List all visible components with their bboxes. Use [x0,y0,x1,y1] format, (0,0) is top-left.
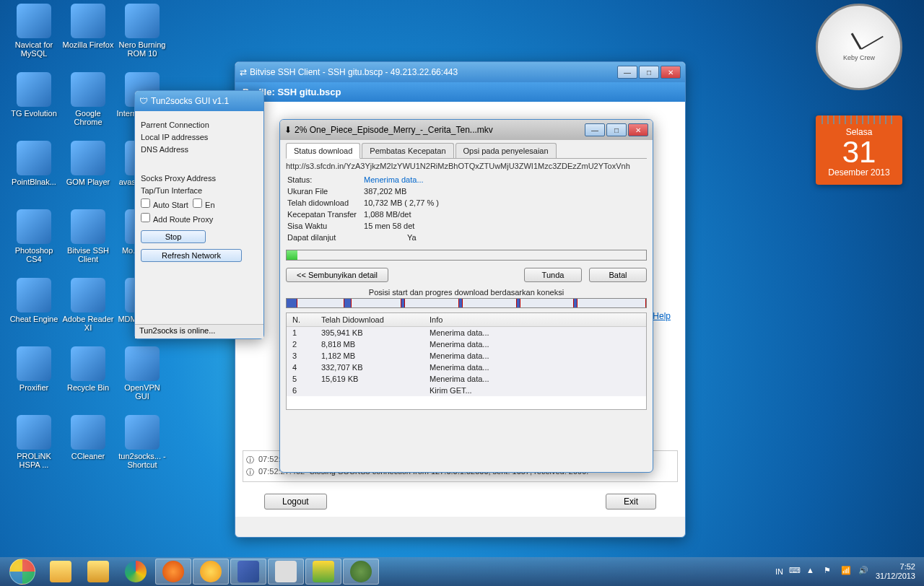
icon-label: Nero Burning ROM 10 [116,40,169,58]
tun2socks-titlebar[interactable]: 🛡 Tun2socks GUI v1.1 [135,91,263,111]
desktop-icon[interactable]: Cheat Engine [7,278,61,324]
clock-gadget[interactable]: Keby Crew [816,4,902,90]
tab-limit[interactable]: Pembatas Kecepatan [362,143,453,158]
bitvise-titlebar[interactable]: ⇄ Bitvise SSH Client - SSH gitu.bscp - 4… [235,62,685,82]
hide-detail-button[interactable]: << Sembunyikan detail [286,268,388,282]
icon-label: PROLiNK HSPA ... [7,451,61,470]
table-row[interactable]: 515,619 KBMenerima data... [287,373,646,385]
tray-volume-icon[interactable]: 🔊 [858,566,870,577]
label-localip: Local IP addresses [141,133,258,141]
idm-title: 2% One_Piece_Episode_Merry_-_Cerita_Ten.… [295,125,585,135]
close-button[interactable]: ✕ [628,123,648,136]
taskbar-chrome[interactable] [118,559,154,585]
desktop-icon[interactable]: PointBlnak... [7,141,61,187]
system-tray[interactable]: IN ⌨ ▲ ⚑ 📶 🔊 7:5231/12/2013 [775,562,921,581]
tray-keyboard-icon[interactable]: ⌨ [789,566,801,577]
tray-up-icon[interactable]: ▲ [806,566,818,577]
app-icon: ⇄ [240,67,247,77]
desktop-icon[interactable]: CCleaner [61,415,115,461]
app-icon [71,72,105,107]
icon-label: Adobe Reader XI [61,314,115,333]
table-row[interactable]: 4332,707 KBMenerima data... [287,362,646,373]
minimize-button[interactable]: ― [617,66,637,79]
taskbar: IN ⌨ ▲ ⚑ 📶 🔊 7:5231/12/2013 [0,557,924,586]
close-button[interactable]: ✕ [661,66,681,79]
app-icon [17,4,51,38]
taskbar-tun2socks[interactable] [305,559,341,585]
app-icon [17,346,51,381]
table-row[interactable]: 28,818 MBMenerima data... [287,338,646,350]
routeproxy-checkbox[interactable] [141,213,150,222]
refresh-button[interactable]: Refresh Network [141,249,242,262]
taskbar-idm[interactable] [343,559,379,585]
app-icon [71,209,105,244]
table-row[interactable]: 1395,941 KBMenerima data... [287,327,646,339]
tray-date[interactable]: 31/12/2013 [876,572,915,581]
tray-time[interactable]: 7:52 [876,562,915,572]
icon-label: Navicat for MySQL [7,40,61,58]
table-row[interactable]: 6Kirim GET... [287,385,646,396]
autostart-checkbox[interactable] [141,198,150,208]
desktop-icon[interactable]: Bitvise SSH Client [61,209,115,264]
idm-icon: ⬇ [284,125,292,135]
logout-button[interactable]: Logout [264,494,327,510]
cancel-button[interactable]: Batal [589,268,647,282]
taskbar-firefox[interactable] [155,559,191,585]
app-icon [125,346,160,381]
desktop-icon[interactable]: Recycle Bin [61,346,115,393]
stats-table: Status:Menerima data... Ukuran File387,2… [286,173,446,244]
taskbar-3g[interactable] [230,559,266,585]
connections-table[interactable]: N.Telah DidownloadInfo 1395,941 KBMeneri… [286,312,647,410]
desktop-icon[interactable]: GOM Player [61,141,115,187]
tab-options[interactable]: Opsi pada penyelesaian [456,143,557,158]
help-link[interactable]: Help [653,311,671,321]
tray-lang[interactable]: IN [775,567,783,576]
calendar-gadget[interactable]: Selasa 31 Desember 2013 [816,115,902,185]
taskbar-folder[interactable] [80,559,116,585]
tray-network-icon[interactable]: 📶 [841,566,853,577]
taskbar-bitvise[interactable] [268,559,304,585]
icon-label: Recycle Bin [61,382,115,393]
desktop-icon[interactable]: TG Evolution [7,72,61,118]
exit-button[interactable]: Exit [606,494,656,510]
icon-label: OpenVPN GUI [116,382,169,401]
icon-label: CCleaner [61,451,115,461]
table-row[interactable]: 31,182 MBMenerima data... [287,350,646,362]
app-icon [125,4,160,38]
app-icon [17,209,51,244]
label-parrent: Parrent Connection [141,121,258,129]
label-taptun: Tap/Tun Interface [141,186,258,195]
segments-bar [286,298,647,308]
desktop-icon[interactable]: Adobe Reader XI [61,278,115,333]
taskbar-gom[interactable] [193,559,229,585]
routeproxy-label: Add Route Proxy [153,215,213,224]
desktop-icon[interactable]: Nero Burning ROM 10 [116,4,169,58]
tun2socks-title: Tun2socks GUI v1.1 [151,96,259,106]
app-icon [17,278,51,312]
maximize-button[interactable]: □ [606,123,627,136]
app-icon [71,141,105,175]
desktop-icon[interactable]: Photoshop CS4 [7,209,61,264]
stop-button[interactable]: Stop [141,230,206,243]
desktop-icon[interactable]: PROLiNK HSPA ... [7,415,61,470]
maximize-button[interactable]: □ [639,66,659,79]
desktop-icon[interactable]: Proxifier [7,346,61,393]
pause-button[interactable]: Tunda [524,268,582,282]
taskbar-explorer[interactable] [43,559,79,585]
desktop-icon[interactable]: tun2socks... - Shortcut [116,415,169,470]
app-icon [17,415,51,450]
en-checkbox[interactable] [193,198,202,208]
tray-flag-icon[interactable]: ⚑ [824,566,835,577]
tun2socks-status: Tun2socks is online... [135,324,263,338]
desktop-icon[interactable]: Google Chrome [61,72,115,127]
desktop-icon[interactable]: Navicat for MySQL [7,4,61,58]
desktop-icon[interactable]: OpenVPN GUI [116,346,169,401]
app-icon [71,415,105,450]
minimize-button[interactable]: ― [585,123,605,136]
desktop-icon[interactable]: Mozilla Firefox [61,4,115,50]
app-icon [17,72,51,107]
idm-titlebar[interactable]: ⬇ 2% One_Piece_Episode_Merry_-_Cerita_Te… [280,120,653,140]
position-label: Posisi start dan progres download berdas… [286,288,647,297]
tab-status[interactable]: Status download [286,143,360,159]
start-button[interactable] [3,558,42,585]
